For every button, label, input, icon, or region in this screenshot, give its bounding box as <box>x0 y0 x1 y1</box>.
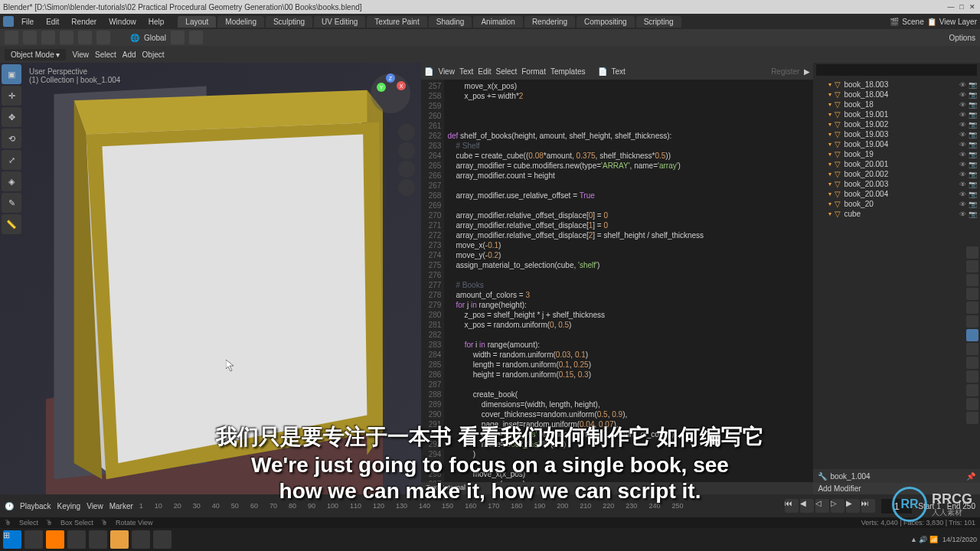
play-button[interactable]: ▷ <box>831 499 844 513</box>
snap-toggle-icon[interactable] <box>189 31 203 44</box>
viewlayer-props-icon[interactable] <box>966 274 978 286</box>
3d-viewport[interactable]: ▣ ✛ ✥ ⟲ ⤢ ◈ ✎ 📏 User Perspective (1) Col… <box>0 63 421 494</box>
menu-window[interactable]: Window <box>104 16 141 28</box>
snap4-icon[interactable] <box>96 31 110 44</box>
constraint-props-icon[interactable] <box>966 370 978 383</box>
app2-icon[interactable] <box>132 530 150 549</box>
snap-icon[interactable] <box>41 31 55 44</box>
timeline-keying[interactable]: Keying <box>57 502 81 510</box>
code-area[interactable]: 257 258 259 260 261 262 263 264 265 266 … <box>421 80 813 482</box>
forward-button[interactable]: ⏭ <box>861 499 875 513</box>
mode-menu-object[interactable]: Object <box>142 51 165 59</box>
text-menu-view[interactable]: View <box>438 67 455 76</box>
render-props-icon[interactable] <box>966 246 978 259</box>
outliner-item[interactable]: ▾▽book_20👁 📷 <box>813 199 980 209</box>
outliner-item[interactable]: ▾▽book_20.002👁 📷 <box>813 169 980 179</box>
physics-props-icon[interactable] <box>966 357 978 369</box>
menu-help[interactable]: Help <box>144 16 169 28</box>
viewlayer-name[interactable]: View Layer <box>939 18 977 26</box>
outliner-item[interactable]: ▾▽book_18.003👁 📷 <box>813 80 980 90</box>
cursor-tool[interactable]: ✛ <box>2 86 21 106</box>
camera-icon[interactable] <box>398 161 415 178</box>
mode-menu-add[interactable]: Add <box>122 51 136 59</box>
mode-menu-select[interactable]: Select <box>95 51 116 59</box>
modifier-props-icon[interactable] <box>966 329 978 341</box>
start-button[interactable]: ⊞ <box>3 530 21 549</box>
outliner-item[interactable]: ▾▽book_19.002👁 📷 <box>813 119 980 129</box>
maximize-button[interactable]: □ <box>957 2 966 11</box>
outliner-item[interactable]: ▾▽book_19.003👁 📷 <box>813 129 980 139</box>
navigation-gizmo[interactable]: X Y Z <box>368 70 413 116</box>
register-checkbox[interactable]: Register <box>771 67 799 76</box>
options-dropdown[interactable]: Options <box>949 34 975 42</box>
firefox-icon[interactable] <box>46 530 64 549</box>
timeline-icon[interactable]: 🕐 <box>5 502 14 510</box>
explorer-icon[interactable] <box>67 530 86 549</box>
text-menu-format[interactable]: Format <box>521 67 546 76</box>
scene-name[interactable]: Scene <box>902 18 923 26</box>
timeline-playback[interactable]: Playback <box>20 502 51 510</box>
particle-props-icon[interactable] <box>966 343 978 355</box>
outliner-item[interactable]: ▾▽book_20.004👁 📷 <box>813 189 980 199</box>
text-menu-text[interactable]: Text <box>459 67 473 76</box>
tab-shading[interactable]: Shading <box>429 16 472 28</box>
tab-compositing[interactable]: Compositing <box>577 16 635 28</box>
text-menu-select[interactable]: Select <box>495 67 517 76</box>
snap2-icon[interactable] <box>60 31 74 44</box>
tab-layout[interactable]: Layout <box>178 16 216 28</box>
minimize-button[interactable]: — <box>946 2 956 11</box>
mode-dropdown[interactable]: Object Mode ▾ <box>5 49 66 60</box>
outliner-item[interactable]: ▾▽book_20.001👁 📷 <box>813 159 980 169</box>
run-script-button[interactable]: ▶ <box>804 67 810 76</box>
text-menu-edit[interactable]: Edit <box>478 67 491 76</box>
outliner-item[interactable]: ▾▽cube👁 📷 <box>813 209 980 219</box>
tab-texture-paint[interactable]: Texture Paint <box>367 16 426 28</box>
menu-edit[interactable]: Edit <box>41 16 64 28</box>
snap3-icon[interactable] <box>78 31 92 44</box>
pan-icon[interactable] <box>398 142 415 159</box>
measure-tool[interactable]: 📏 <box>2 214 21 234</box>
outliner-search[interactable] <box>816 64 977 76</box>
select-tool-icon[interactable] <box>23 31 37 44</box>
scene-props-icon[interactable] <box>966 288 978 300</box>
outliner-item[interactable]: ▾▽book_19.004👁 📷 <box>813 139 980 149</box>
orientation-dropdown[interactable]: Global <box>144 34 166 42</box>
app1-icon[interactable] <box>89 530 107 549</box>
output-props-icon[interactable] <box>966 260 978 272</box>
taskview-icon[interactable] <box>24 530 43 549</box>
prev-keyframe-button[interactable]: ◀ <box>800 499 814 513</box>
outliner-item[interactable]: ▾▽book_19.001👁 📷 <box>813 109 980 119</box>
tray-icons[interactable]: ▲ 🔊 📶 <box>910 536 938 543</box>
menu-file[interactable]: File <box>17 16 38 28</box>
outliner-item[interactable]: ▾▽book_18👁 📷 <box>813 99 980 109</box>
perspective-icon[interactable] <box>398 179 415 196</box>
select-box-tool[interactable]: ▣ <box>2 64 21 84</box>
rewind-button[interactable]: ⏮ <box>785 499 799 513</box>
tab-animation[interactable]: Animation <box>473 16 522 28</box>
data-props-icon[interactable] <box>966 384 978 396</box>
timeline-view[interactable]: View <box>87 502 103 510</box>
texteditor-icon[interactable]: 📄 <box>424 67 433 76</box>
menu-render[interactable]: Render <box>67 16 101 28</box>
taskbar-date[interactable]: 14/12/2020 <box>942 536 977 543</box>
object-props-icon[interactable] <box>966 315 978 328</box>
pivot-icon[interactable] <box>171 31 185 44</box>
mode-menu-view[interactable]: View <box>72 51 89 59</box>
zoom-icon[interactable] <box>398 124 415 141</box>
next-keyframe-button[interactable]: ▶ <box>846 499 860 513</box>
outliner-item[interactable]: ▾▽book_19👁 📷 <box>813 149 980 159</box>
rotate-tool[interactable]: ⟲ <box>2 129 21 148</box>
tab-sculpting[interactable]: Sculpting <box>266 16 312 28</box>
blender-logo-icon[interactable] <box>3 16 14 27</box>
timeline-marker[interactable]: Marker <box>109 502 133 510</box>
tab-scripting[interactable]: Scripting <box>636 16 681 28</box>
outliner-item[interactable]: ▾▽book_18.004👁 📷 <box>813 90 980 99</box>
tab-rendering[interactable]: Rendering <box>524 16 575 28</box>
text-menu-templates[interactable]: Templates <box>550 67 586 76</box>
text-file-name[interactable]: Text <box>612 67 626 76</box>
play-reverse-button[interactable]: ◁ <box>815 499 829 513</box>
annotate-tool[interactable]: ✎ <box>2 193 21 213</box>
move-tool[interactable]: ✥ <box>2 107 21 127</box>
tab-modeling[interactable]: Modeling <box>217 16 264 28</box>
texture-props-icon[interactable] <box>966 412 978 424</box>
